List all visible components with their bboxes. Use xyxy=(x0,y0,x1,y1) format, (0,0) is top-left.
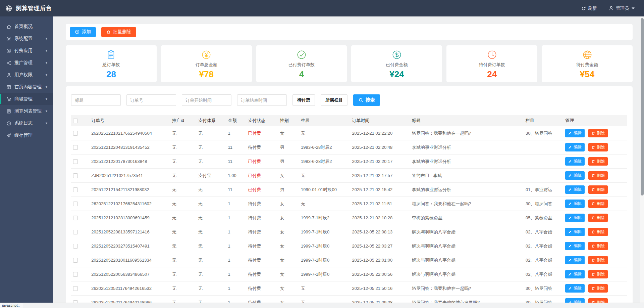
sidebar-item[interactable]: 推广管理 ▼ xyxy=(0,57,53,69)
sidebar-item[interactable]: 系统配置 ▼ xyxy=(0,33,53,45)
edit-button[interactable]: 编辑 xyxy=(565,129,585,137)
delete-button[interactable]: 删除 xyxy=(588,129,608,137)
row-checkbox[interactable] xyxy=(73,300,78,303)
add-button[interactable]: 添加 xyxy=(70,27,96,37)
row-checkbox[interactable] xyxy=(73,187,78,192)
edit-button[interactable]: 编辑 xyxy=(565,157,585,166)
search-button[interactable]: 搜索 xyxy=(353,94,380,106)
row-checkbox[interactable] xyxy=(73,145,78,150)
delete-button[interactable]: 删除 xyxy=(588,185,608,194)
pencil-icon xyxy=(568,287,572,290)
batch-delete-label: 批量删除 xyxy=(113,29,131,35)
cell-pay-system: 无 xyxy=(196,296,226,303)
edit-button[interactable]: 编辑 xyxy=(565,284,585,293)
row-checkbox[interactable] xyxy=(73,202,78,206)
cell-pay-status: 待付费 xyxy=(246,197,278,211)
user-menu[interactable]: 管理员 xyxy=(609,5,635,11)
title-filter-input[interactable] xyxy=(71,94,121,106)
delete-button[interactable]: 删除 xyxy=(588,171,608,180)
category-select[interactable]: 所属栏目 xyxy=(321,94,347,106)
stat-card: 待付费金额 ¥54 xyxy=(542,45,633,82)
sidebar-item[interactable]: 测算列表管理 ▼ xyxy=(0,105,53,117)
edit-button[interactable]: 编辑 xyxy=(565,242,585,250)
col-amount: 金额 xyxy=(226,115,246,126)
sidebar-item[interactable]: 商城管理 ▼ xyxy=(0,93,53,105)
edit-button[interactable]: 编辑 xyxy=(565,214,585,222)
delete-button[interactable]: 删除 xyxy=(588,200,608,208)
cell-manage: 编辑 删除 xyxy=(563,169,627,183)
sidebar-item[interactable]: 缓存管理 xyxy=(0,129,53,141)
status-select[interactable]: 待付费 xyxy=(292,94,315,106)
delete-button[interactable]: 删除 xyxy=(588,256,608,264)
edit-button[interactable]: 编辑 xyxy=(565,256,585,264)
end-time-filter-input[interactable] xyxy=(237,94,287,106)
cell-pay-status: 待付费 xyxy=(246,211,278,225)
row-checkbox[interactable] xyxy=(73,244,78,249)
list-icon xyxy=(6,109,11,114)
cell-gender: 男 xyxy=(278,155,299,169)
edit-button[interactable]: 编辑 xyxy=(565,185,585,194)
delete-button[interactable]: 删除 xyxy=(588,284,608,293)
row-checkbox[interactable] xyxy=(73,272,78,277)
cell-gender: 女 xyxy=(278,281,299,296)
row-checkbox[interactable] xyxy=(73,216,78,220)
edit-button-label: 编辑 xyxy=(574,285,582,291)
edit-button[interactable]: 编辑 xyxy=(565,200,585,208)
delete-button[interactable]: 删除 xyxy=(588,298,608,303)
row-checkbox[interactable] xyxy=(73,173,78,178)
row-checkbox[interactable] xyxy=(73,131,78,136)
stats-row: 总订单数 28 订单总金额 ¥78 已付费订单数 4 已付费金额 xyxy=(66,45,633,82)
cell-birth: 1983-6-28时辰2 xyxy=(299,155,350,169)
edit-button[interactable]: 编辑 xyxy=(565,143,585,151)
delete-button[interactable]: 删除 xyxy=(588,157,608,166)
status-tooltip: javascript:; xyxy=(0,303,23,308)
chevron-down-icon: ▼ xyxy=(45,122,48,125)
stat-value: ¥54 xyxy=(580,69,594,80)
sidebar-item[interactable]: 首页概况 xyxy=(0,20,53,33)
delete-button[interactable]: 删除 xyxy=(588,214,608,222)
delete-button[interactable]: 删除 xyxy=(588,228,608,236)
cell-manage: 编辑 删除 xyxy=(563,253,627,267)
edit-button[interactable]: 编辑 xyxy=(565,171,585,180)
cell-promo-id: 无 xyxy=(170,296,196,303)
batch-delete-button[interactable]: 批量删除 xyxy=(101,27,136,37)
cell-pay-status: 待付费 xyxy=(246,239,278,253)
cell-manage: 编辑 删除 xyxy=(563,211,627,225)
delete-button[interactable]: 删除 xyxy=(588,143,608,151)
edit-button[interactable]: 编辑 xyxy=(565,270,585,278)
trash-icon xyxy=(106,30,111,34)
add-button-label: 添加 xyxy=(82,29,91,35)
sidebar-item[interactable]: 系统日志 ▼ xyxy=(0,117,53,129)
cell-category: 30、塔罗问答 xyxy=(524,126,563,140)
cell-title: 解决与啊啊的八字合婚 xyxy=(410,225,524,239)
sidebar-item-label: 用户权限 xyxy=(14,72,33,78)
delete-button[interactable]: 删除 xyxy=(588,270,608,278)
cell-title: 塔罗问答：我要去他的城市发展吗? xyxy=(410,296,524,303)
sidebar-item-label: 系统配置 xyxy=(14,36,33,42)
refresh-button[interactable]: 刷新 xyxy=(581,5,597,11)
cell-amount: 11 xyxy=(226,140,246,155)
edit-button[interactable]: 编辑 xyxy=(565,228,585,236)
cell-gender: 女 xyxy=(278,253,299,267)
row-checkbox[interactable] xyxy=(73,159,78,164)
delete-button[interactable]: 删除 xyxy=(588,242,608,250)
user-icon xyxy=(6,73,11,78)
row-checkbox[interactable] xyxy=(73,258,78,263)
sidebar-item[interactable]: 首页内容管理 ▼ xyxy=(0,81,53,93)
row-checkbox[interactable] xyxy=(73,286,78,291)
delete-button-label: 删除 xyxy=(597,144,605,150)
sidebar-item[interactable]: 用户权限 ▼ xyxy=(0,69,53,81)
select-all-checkbox[interactable] xyxy=(73,119,78,123)
start-time-filter-input[interactable] xyxy=(182,94,231,106)
row-checkbox[interactable] xyxy=(73,230,78,234)
stat-value: ¥78 xyxy=(199,69,214,80)
cell-title: 李梅的紫薇命盘 xyxy=(410,211,524,225)
cell-order-time: 2025-12-05 21:50:16 xyxy=(350,281,410,296)
col-promo-id: 推广id xyxy=(170,115,196,126)
stat-card: 订单总金额 ¥78 xyxy=(161,45,252,82)
order-no-filter-input[interactable] xyxy=(126,94,176,106)
edit-button[interactable]: 编辑 xyxy=(565,298,585,303)
sidebar-item[interactable]: 付费应用 ▼ xyxy=(0,45,53,57)
cell-promo-id: 无 xyxy=(170,183,196,197)
scrollbar-thumb[interactable] xyxy=(641,18,644,195)
